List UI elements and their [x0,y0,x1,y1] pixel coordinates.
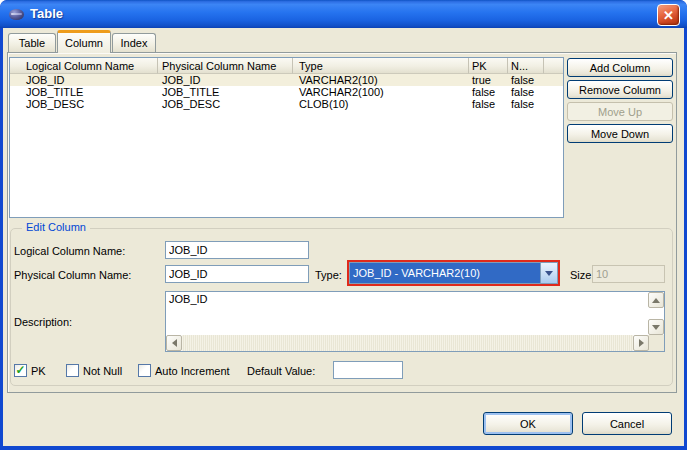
logical-column-name-label: Logical Column Name: [14,245,125,257]
tab-index-label: Index [121,37,148,49]
description-textarea[interactable]: JOB_ID [165,291,665,352]
cell-not-null: false [508,98,544,110]
cell-logical: JOB_DESC [10,98,158,110]
header-filler [544,58,563,74]
auto-increment-label: Auto Increment [155,365,230,377]
header-logical-column-name[interactable]: Logical Column Name [10,58,158,74]
move-up-button: Move Up [567,102,673,121]
add-column-button[interactable]: Add Column [567,58,673,77]
move-down-button[interactable]: Move Down [567,124,673,143]
size-field [592,265,665,283]
tab-column[interactable]: Column [57,30,111,53]
cancel-button[interactable]: Cancel [582,412,672,435]
scroll-down-icon [652,325,660,330]
close-button[interactable]: ✕ [657,4,680,26]
type-label: Type: [315,269,342,281]
scroll-down-button[interactable] [648,319,664,335]
size-label: Size: [570,269,594,281]
window-title: Table [30,6,63,21]
type-select[interactable]: JOB_ID - VARCHAR2(10) [349,262,558,284]
chevron-down-icon [545,271,553,276]
close-icon: ✕ [663,8,674,23]
remove-column-button[interactable]: Remove Column [567,80,673,99]
cell-pk: false [469,86,508,98]
type-dropdown-button[interactable] [540,263,557,283]
window-icon [9,9,24,20]
auto-increment-checkbox[interactable] [138,364,151,377]
ok-label: OK [520,418,536,430]
cell-not-null: false [508,86,544,98]
not-null-checkbox[interactable] [66,364,79,377]
columns-table: Logical Column Name Physical Column Name… [9,57,564,218]
table-row[interactable]: JOB_ID JOB_ID VARCHAR2(10) true false [10,74,563,86]
cancel-label: Cancel [610,418,644,430]
scroll-left-icon [172,339,177,347]
cell-logical: JOB_ID [10,74,158,86]
description-value: JOB_ID [169,293,208,305]
scroll-up-button[interactable] [648,292,664,308]
tab-index[interactable]: Index [112,33,156,52]
tab-column-label: Column [65,37,103,49]
not-null-label: Not Null [83,365,122,377]
cell-type: VARCHAR2(10) [293,74,469,86]
table-header: Logical Column Name Physical Column Name… [10,58,563,74]
pk-label: PK [31,365,46,377]
check-icon: ✓ [15,365,25,375]
cell-type: VARCHAR2(100) [293,86,469,98]
scroll-left-button[interactable] [166,335,182,351]
move-up-label: Move Up [598,106,642,118]
pk-checkbox[interactable]: ✓ [14,364,27,377]
cell-physical: JOB_ID [158,74,293,86]
cell-logical: JOB_TITLE [10,86,158,98]
horizontal-scroll-track[interactable] [182,335,633,351]
scroll-up-icon [652,298,660,303]
header-physical-column-name[interactable]: Physical Column Name [158,58,293,74]
cell-pk: true [469,74,508,86]
remove-column-label: Remove Column [579,84,661,96]
type-selected-value[interactable]: JOB_ID - VARCHAR2(10) [350,263,540,283]
vertical-scroll-track[interactable] [648,308,664,319]
tab-table[interactable]: Table [8,33,56,52]
move-down-label: Move Down [591,128,649,140]
default-value-field[interactable] [333,361,403,379]
physical-column-name-label: Physical Column Name: [14,269,131,281]
cell-not-null: false [508,74,544,86]
tab-table-label: Table [19,37,45,49]
physical-column-name-field[interactable] [165,265,309,283]
cell-physical: JOB_TITLE [158,86,293,98]
header-pk[interactable]: PK [469,58,508,74]
ok-button[interactable]: OK [483,412,573,435]
description-label: Description: [14,316,72,328]
scrollbar-corner [648,335,664,351]
type-highlight-box: JOB_ID - VARCHAR2(10) [347,260,560,286]
titlebar[interactable]: Table ✕ [0,0,687,28]
header-type[interactable]: Type [293,58,469,74]
scroll-right-button[interactable] [633,335,649,351]
add-column-label: Add Column [590,62,651,74]
table-dialog: Table ✕ Table Column Index Logical Colum… [0,0,687,450]
logical-column-name-field[interactable] [165,241,309,259]
table-row[interactable]: JOB_TITLE JOB_TITLE VARCHAR2(100) false … [10,86,563,98]
cell-pk: false [469,98,508,110]
cell-type: CLOB(10) [293,98,469,110]
default-value-label: Default Value: [247,365,315,377]
table-row[interactable]: JOB_DESC JOB_DESC CLOB(10) false false [10,98,563,110]
header-not-null[interactable]: N... [508,58,544,74]
cell-physical: JOB_DESC [158,98,293,110]
edit-column-group-title: Edit Column [22,221,90,233]
scroll-right-icon [639,339,644,347]
